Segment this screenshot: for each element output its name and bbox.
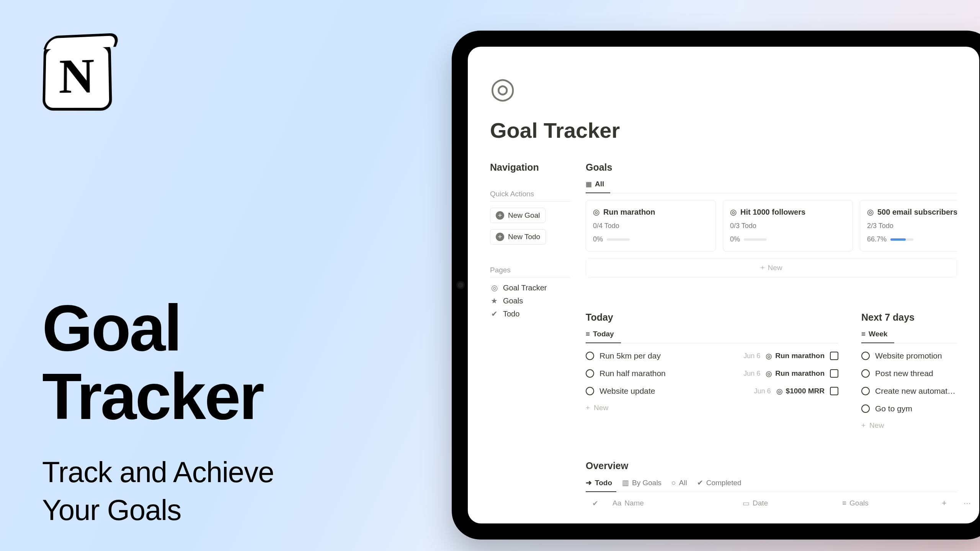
target-icon: ◎ — [490, 283, 498, 292]
list-item[interactable]: Go to gym — [861, 400, 957, 417]
list-item[interactable]: Website update Jun 6 ◎$1000 MRR — [586, 382, 838, 400]
promo-panel: N Goal Tracker Track and Achieve Your Go… — [42, 41, 425, 529]
progress-bar — [744, 238, 767, 241]
item-date: Jun 6 — [743, 370, 760, 378]
card-subtitle: 2/3 Todo — [867, 222, 957, 230]
goal-cards: ◎Run marathon 0/4 Todo 0% ◎Hit 1000 foll… — [586, 200, 957, 251]
item-title: Post new thread — [875, 369, 957, 378]
column-date[interactable]: ▭Date — [743, 499, 835, 508]
goals-tabs: ▦ All — [586, 180, 957, 193]
add-column-button[interactable]: + — [942, 498, 947, 508]
list-item[interactable]: Post new thread — [861, 365, 957, 382]
sidebar-item-todo[interactable]: ✔ Todo — [490, 309, 570, 318]
target-icon: ◎ — [867, 207, 874, 217]
list-item[interactable]: Run half marathon Jun 6 ◎Run marathon — [586, 365, 838, 382]
new-today-button[interactable]: + New — [586, 400, 838, 416]
column-goals[interactable]: ≡Goals — [842, 499, 934, 507]
target-icon: ◎ — [776, 387, 783, 396]
card-percent: 0% — [730, 235, 740, 243]
next7-list: Website promotion Post new thread Create… — [861, 347, 957, 434]
tab-today[interactable]: ≡ Today — [586, 330, 614, 343]
page-title: Goal Tracker — [490, 118, 957, 143]
card-percent: 0% — [593, 235, 603, 243]
target-icon: ◎ — [730, 207, 737, 217]
new-goal-card-button[interactable]: + New — [586, 258, 957, 277]
radio-icon[interactable] — [586, 369, 594, 378]
new-goal-button[interactable]: + New Goal — [490, 208, 546, 223]
goal-card[interactable]: ◎Hit 1000 followers 0/3 Todo 0% — [723, 200, 853, 251]
radio-icon[interactable] — [861, 404, 870, 413]
card-subtitle: 0/3 Todo — [730, 222, 846, 230]
notion-page: ◎ Goal Tracker Navigation Quick Actions … — [468, 47, 979, 508]
text-icon: Aa — [612, 499, 621, 507]
tab-todo[interactable]: ➜Todo — [586, 478, 612, 492]
relation-icon: ≡ — [842, 499, 846, 507]
next7-heading: Next 7 days — [861, 312, 957, 323]
list-item[interactable]: Website promotion — [861, 347, 957, 365]
notion-logo-icon: N — [42, 41, 112, 111]
pages-label: Pages — [490, 266, 570, 274]
plus-icon: + — [760, 264, 764, 272]
tab-completed[interactable]: ✔Completed — [697, 478, 742, 492]
tab-by-goals[interactable]: ▥By Goals — [622, 478, 662, 492]
sidebar-item-label: Todo — [503, 310, 519, 318]
overview-heading: Overview — [586, 460, 957, 471]
today-heading: Today — [586, 312, 838, 323]
sidebar-item-label: Goals — [503, 297, 523, 305]
sidebar-item-goals[interactable]: ★ Goals — [490, 296, 570, 305]
more-icon[interactable]: ⋯ — [964, 499, 971, 508]
tablet-screen: ◎ Goal Tracker Navigation Quick Actions … — [468, 47, 979, 523]
progress-bar — [890, 238, 913, 241]
sidebar-item-goal-tracker[interactable]: ◎ Goal Tracker — [490, 283, 570, 292]
tab-label: Week — [869, 330, 887, 338]
target-icon[interactable]: ◎ — [490, 73, 957, 103]
check-icon: ✔ — [697, 478, 703, 487]
radio-icon[interactable] — [861, 387, 870, 395]
radio-icon[interactable] — [861, 369, 870, 378]
list-icon: ≡ — [586, 330, 590, 338]
checkbox[interactable] — [830, 369, 838, 378]
item-title: Website promotion — [875, 351, 957, 360]
separator — [490, 277, 570, 278]
card-subtitle: 0/4 Todo — [593, 222, 709, 230]
radio-icon[interactable] — [861, 352, 870, 360]
tablet-camera-icon — [458, 282, 463, 288]
plus-icon: + — [586, 404, 590, 412]
check-icon: ✔ — [490, 309, 498, 318]
tab-label: Today — [593, 330, 614, 338]
item-goal: Run marathon — [775, 369, 825, 378]
overview-table-header: ✔ AaName ▭Date ≡Goals + ⋯ — [586, 498, 957, 508]
column-name[interactable]: AaName — [612, 499, 735, 507]
item-title: Run 5km per day — [599, 351, 738, 360]
button-label: New Goal — [508, 211, 540, 220]
star-icon: ★ — [490, 296, 498, 305]
list-item[interactable]: Run 5km per day Jun 6 ◎Run marathon — [586, 347, 838, 365]
list-item[interactable]: Create new automation — [861, 382, 957, 400]
new-label: New — [594, 404, 608, 412]
tab-label: All — [595, 180, 604, 188]
tablet-frame: ◎ Goal Tracker Navigation Quick Actions … — [452, 31, 980, 540]
card-title: Hit 1000 followers — [740, 208, 805, 217]
tab-week[interactable]: ≡ Week — [861, 330, 887, 343]
checkbox[interactable] — [830, 352, 838, 360]
goal-card[interactable]: ◎Run marathon 0/4 Todo 0% — [586, 200, 716, 251]
new-next7-button[interactable]: + New — [861, 417, 957, 434]
main-content: Goals ▦ All ◎Run marathon 0/4 Todo 0% — [586, 162, 957, 508]
item-title: Run half marathon — [599, 369, 738, 378]
goal-card[interactable]: ◎500 email subscribers 2/3 Todo 66.7% — [860, 200, 957, 251]
radio-icon[interactable] — [586, 352, 594, 360]
plus-icon: + — [861, 421, 866, 430]
tab-all[interactable]: ▦ All — [586, 180, 607, 193]
radio-icon[interactable] — [586, 387, 594, 395]
circle-icon: ○ — [671, 479, 676, 487]
today-tabs: ≡ Today — [586, 330, 838, 343]
sidebar-heading: Navigation — [490, 162, 570, 173]
list-icon: ≡ — [861, 330, 866, 338]
progress-bar — [607, 238, 630, 241]
new-todo-button[interactable]: + New Todo — [490, 229, 546, 245]
column-status[interactable]: ✔ — [586, 499, 605, 508]
next7-tabs: ≡ Week — [861, 330, 957, 343]
checkbox[interactable] — [830, 387, 838, 395]
tab-all[interactable]: ○All — [671, 478, 687, 492]
quick-actions-label: Quick Actions — [490, 190, 570, 198]
